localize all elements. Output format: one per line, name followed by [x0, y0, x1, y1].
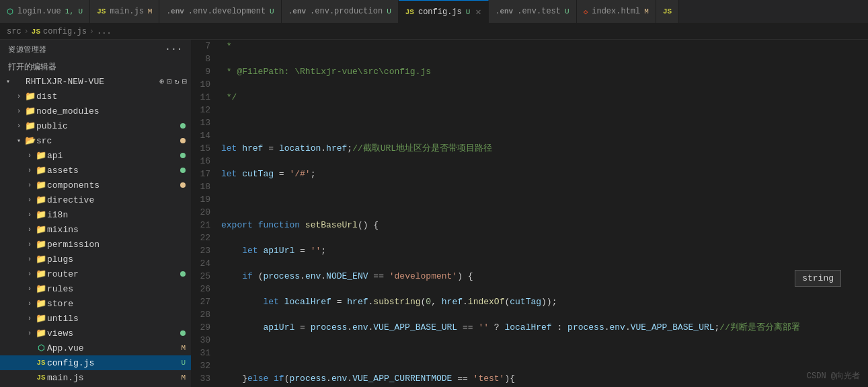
sidebar-item-untils[interactable]: › 📁 untils: [0, 311, 191, 326]
chevron-right-icon: ›: [24, 241, 35, 248]
tab-badge: U: [565, 7, 569, 15]
breadcrumb-rest: ...: [97, 27, 112, 36]
item-label: components: [47, 180, 180, 190]
chevron-right-icon: ›: [13, 93, 24, 100]
folder-icon: 📁: [24, 106, 36, 116]
env-icon: .env: [288, 7, 306, 15]
item-label: permission: [47, 240, 191, 250]
status-dot: [180, 168, 186, 173]
open-editors-label[interactable]: 打开的编辑器: [0, 59, 191, 74]
folder-icon: 📁: [35, 269, 47, 279]
sidebar-item-main-js[interactable]: JS main.js M: [0, 370, 191, 385]
sidebar-item-api[interactable]: › 📁 api: [0, 148, 191, 163]
folder-icon: 📁: [35, 224, 47, 235]
sidebar-item-rules[interactable]: › 📁 rules: [0, 281, 191, 296]
item-label: public: [36, 121, 180, 131]
chevron-right-icon: ›: [24, 300, 35, 308]
folder-icon: 📁: [35, 298, 47, 309]
tab-badge: 1, U: [65, 7, 83, 15]
sidebar-item-store[interactable]: › 📁 store: [0, 296, 191, 311]
sidebar-item-plugs[interactable]: › 📁 plugs: [0, 252, 191, 267]
root-label: RHTLXJR-NEW-VUE: [26, 77, 159, 87]
tab-label: .env.development: [188, 7, 266, 16]
collapse-icon[interactable]: ⊟: [182, 77, 187, 87]
js-icon: JS: [97, 7, 106, 15]
sidebar-item-assets[interactable]: › 📁 assets: [0, 163, 191, 178]
tab-label: login.vue: [17, 7, 61, 16]
tab-label: main.js: [110, 7, 143, 16]
code-container[interactable]: 7 8 9 10 11 12 13 14 15 16 17 18 19 20 2…: [192, 40, 868, 387]
status-dot: [180, 153, 186, 158]
root-actions: ⊕ ⊡ ↻ ⊟: [159, 77, 187, 87]
sidebar-item-directive[interactable]: › 📁 directive: [0, 192, 191, 207]
chevron-down-icon: ▾: [13, 137, 24, 145]
breadcrumb: src › JS config.js › ...: [0, 24, 868, 40]
refresh-icon[interactable]: ↻: [175, 77, 180, 87]
tab-index-html[interactable]: ◇ index.html M: [577, 0, 656, 23]
tab-bar: ⬡ login.vue 1, U JS main.js M .env .env.…: [0, 0, 868, 24]
item-label: node_modules: [36, 106, 191, 116]
folder-icon: 📁: [35, 328, 47, 339]
sidebar-tree: ▾ RHTLXJR-NEW-VUE ⊕ ⊡ ↻ ⊟ › 📁 dist › 📁: [0, 74, 191, 387]
sidebar-item-public[interactable]: › 📁 public: [0, 118, 191, 133]
item-label: views: [47, 328, 180, 339]
sidebar-item-permission[interactable]: › 📁 permission: [0, 237, 191, 252]
breadcrumb-js-icon: JS: [32, 28, 40, 36]
sidebar-item-root[interactable]: ▾ RHTLXJR-NEW-VUE ⊕ ⊡ ↻ ⊟: [0, 74, 191, 89]
js-icon: JS: [35, 374, 47, 382]
close-icon[interactable]: ✕: [475, 7, 481, 17]
folder-icon: 📁: [35, 165, 47, 176]
chevron-right-icon: ›: [24, 167, 35, 174]
new-folder-icon[interactable]: ⊡: [167, 77, 171, 87]
item-label: assets: [47, 166, 180, 176]
item-label: store: [47, 299, 191, 309]
html-icon: ◇: [584, 7, 588, 16]
js-icon: JS: [663, 7, 672, 15]
item-label: src: [36, 136, 180, 146]
chevron-down-icon: ▾: [3, 77, 13, 85]
chevron-right-icon: ›: [24, 315, 35, 322]
tab-label: .env.test: [517, 7, 561, 16]
tab-badge: M: [148, 7, 153, 15]
tab-badge: U: [270, 7, 274, 15]
sidebar-item-router[interactable]: › 📁 router: [0, 267, 191, 281]
tab-env-development[interactable]: .env .env.development U: [159, 0, 281, 23]
sidebar-item-node-modules[interactable]: › 📁 node_modules: [0, 104, 191, 118]
sidebar-item-dist[interactable]: › 📁 dist: [0, 89, 191, 104]
ellipsis-icon[interactable]: ···: [165, 44, 183, 55]
folder-icon: 📁: [24, 91, 36, 102]
chevron-right-icon: ›: [24, 152, 35, 160]
tab-env-production[interactable]: .env .env.production U: [282, 0, 399, 23]
tab-label: index.html: [592, 7, 640, 16]
item-label: router: [47, 269, 180, 279]
js-icon: JS: [405, 8, 414, 16]
sidebar-item-mixins[interactable]: › 📁 mixins: [0, 222, 191, 237]
new-file-icon[interactable]: ⊕: [159, 77, 164, 87]
sidebar-item-src[interactable]: ▾ 📂 src: [0, 133, 191, 148]
item-label: i18n: [47, 210, 191, 220]
tab-env-test[interactable]: .env .env.test U: [489, 0, 577, 23]
tab-js-right[interactable]: JS: [656, 0, 679, 23]
folder-icon: 📁: [35, 150, 47, 161]
item-label: dist: [36, 92, 191, 102]
item-label: plugs: [47, 254, 191, 265]
tab-main-js[interactable]: JS main.js M: [90, 0, 159, 23]
sidebar-item-app-vue[interactable]: ⬡ App.vue M: [0, 341, 191, 355]
sidebar-header: 资源管理器 ···: [0, 40, 191, 59]
tab-login-vue[interactable]: ⬡ login.vue 1, U: [0, 0, 90, 23]
sidebar-item-views[interactable]: › 📁 views: [0, 326, 191, 341]
file-badge: M: [181, 344, 186, 352]
main-layout: 资源管理器 ··· 打开的编辑器 ▾ RHTLXJR-NEW-VUE ⊕ ⊡ ↻…: [0, 40, 868, 387]
sidebar-item-components[interactable]: › 📁 components: [0, 178, 191, 192]
folder-open-icon: 📂: [24, 135, 36, 146]
sidebar-item-i18n[interactable]: › 📁 i18n: [0, 207, 191, 222]
folder-icon: 📁: [35, 283, 47, 294]
folder-icon: 📁: [35, 195, 47, 205]
code-editor[interactable]: * * @FilePath: \RhtLxjr-vue\src\config.j…: [219, 40, 868, 387]
tab-label: .env.production: [310, 7, 383, 16]
editor-area: 7 8 9 10 11 12 13 14 15 16 17 18 19 20 2…: [192, 40, 868, 387]
chevron-right-icon: ›: [24, 271, 35, 278]
tab-config-js[interactable]: JS config.js U ✕: [399, 0, 489, 23]
folder-icon: 📁: [24, 120, 36, 131]
sidebar-item-config-js[interactable]: JS config.js U: [0, 355, 191, 370]
